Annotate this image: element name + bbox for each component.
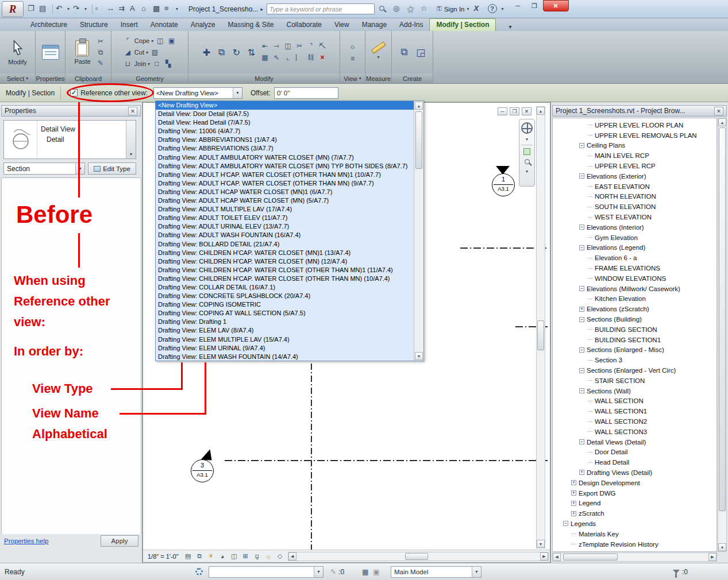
favorites-icon[interactable]: ☆ — [421, 4, 431, 14]
offset-icon[interactable]: ⇾ — [272, 41, 282, 51]
view-list-item[interactable]: Drafting View: CHILDREN H'CAP. WATER CLO… — [156, 249, 414, 257]
drawing-horizontal-scrollbar[interactable]: ◀ ▶ — [288, 552, 549, 561]
mirror-icon[interactable]: ⇅ — [245, 45, 259, 59]
redo-dropdown-icon[interactable]: ▾ — [84, 6, 89, 11]
scroll-left-icon[interactable]: ◀ — [553, 553, 561, 561]
redo-icon[interactable]: ↷ — [73, 4, 83, 14]
copy-to-clipboard-icon[interactable]: ⧉ — [96, 48, 106, 57]
browser-tree-item[interactable]: Head Detail — [553, 457, 717, 467]
browser-tree-item[interactable]: UPPER LEVEL REMOVALS PLAN — [553, 130, 717, 141]
scroll-right-icon[interactable]: ▶ — [708, 553, 717, 561]
browser-tree-item[interactable]: FRAME ELEVATIONS — [553, 263, 717, 273]
type-selector[interactable]: Detail View Detail ▾ — [3, 120, 136, 159]
ribbon-tab[interactable]: Insert — [114, 19, 144, 31]
collapse-icon[interactable]: − — [579, 439, 584, 444]
ribbon-tab[interactable]: Massing & Site — [221, 19, 280, 31]
copy-icon[interactable]: ⧉ — [215, 45, 229, 59]
browser-tree-item[interactable]: UPPER LEVEL RCP — [553, 161, 717, 171]
ribbon-tab[interactable]: View — [328, 19, 356, 31]
chevron-down-icon[interactable]: ▾ — [126, 121, 136, 158]
properties-header[interactable]: Properties ✕ — [1, 105, 141, 117]
view-list-item[interactable]: Drafting View: COPING AT WALL SECTION (5… — [156, 309, 414, 318]
view-list-item[interactable]: Drafting View: CHILDREN H'CAP. WATER CLO… — [156, 274, 414, 283]
offset-input[interactable]: 0' 0" — [274, 87, 338, 99]
browser-tree-item[interactable]: NORTH ELEVATION — [553, 192, 717, 202]
view-list-item[interactable]: Drafting View: ELEM LAV (8/A7.4) — [156, 326, 414, 335]
browser-tree-item[interactable]: Kitchen Elevation — [553, 294, 717, 304]
view-list-item[interactable]: Drafting View: COLLAR DETAIL (16/A7.1) — [156, 283, 414, 292]
browser-tree-item[interactable]: −Sections (Building) — [553, 314, 717, 324]
browser-tree-item[interactable]: WALL SECTION — [553, 396, 717, 407]
sun-path-icon[interactable]: ☀ — [206, 551, 216, 561]
browser-tree-item[interactable]: +Design Development — [553, 478, 717, 488]
browser-tree-item[interactable]: BUILDING SECTION1 — [553, 335, 717, 345]
delete-icon[interactable]: × — [318, 53, 328, 63]
chevron-down-icon[interactable]: ▾ — [75, 163, 84, 174]
trim-extend-icon[interactable]: ⌝ — [306, 41, 316, 51]
browser-tree-item[interactable]: WALL SECTION3 — [553, 427, 717, 437]
scroll-up-icon[interactable]: ▲ — [415, 102, 423, 110]
view-list-item[interactable]: Drafting View: ADULT AMBULATORY WATER CL… — [156, 162, 414, 171]
view-restore-icon[interactable]: ❐ — [510, 107, 519, 115]
reference-line-vertical[interactable] — [311, 364, 312, 551]
view-list-item[interactable]: Drafting View: ADULT HCAP WATER CLOSET (… — [156, 188, 414, 196]
split-element-icon[interactable]: ✂ — [295, 41, 305, 51]
properties-help-link[interactable]: Properties help — [4, 538, 48, 544]
expand-icon[interactable]: + — [571, 490, 576, 496]
view-list-item[interactable]: Drafting View: COPING ISOMETRIC — [156, 300, 414, 309]
sign-in-dropdown-icon[interactable]: ▾ — [467, 6, 469, 11]
wheel-dropdown-icon[interactable]: ▾ — [526, 137, 528, 142]
help-dropdown-icon[interactable]: ▾ — [502, 6, 504, 11]
measure-icon[interactable]: ↔ — [107, 4, 117, 14]
help-search-input[interactable]: Type a keyword or phrase — [267, 3, 375, 14]
browser-tree-item[interactable]: zTemplate Revision History — [553, 539, 717, 550]
collapse-icon[interactable]: − — [579, 173, 584, 179]
apply-coping-icon[interactable]: ▣ — [167, 36, 176, 46]
reference-line[interactable] — [225, 460, 548, 461]
scroll-down-icon[interactable]: ▼ — [718, 543, 726, 551]
view-list-item[interactable]: Drafting View: ELEM WASH FOUNTAIN (14/A7… — [156, 353, 414, 361]
browser-tree-item[interactable]: WALL SECTION2 — [553, 416, 717, 427]
pin-icon[interactable]: ⛏ — [318, 41, 328, 51]
analytical-model-icon[interactable]: ◇ — [275, 551, 285, 561]
scrollbar-thumb[interactable] — [415, 111, 422, 169]
design-option-dropdown[interactable]: Main Model ▾ — [391, 566, 482, 578]
close-button[interactable]: ✕ — [543, 0, 569, 11]
rotate-icon[interactable]: ↻ — [230, 45, 244, 59]
reference-line[interactable] — [460, 248, 546, 249]
scrollbar-thumb[interactable] — [563, 554, 618, 560]
browser-tree-item[interactable]: −Elevations (Exterior) — [553, 171, 717, 181]
view-list-item[interactable]: Drafting View: ABBREVIATIONS (3/A7.7) — [156, 144, 414, 153]
zoom-icon[interactable] — [525, 158, 530, 166]
cut-button[interactable]: ◢ Cut▾ ▧ — [123, 48, 176, 57]
scrollbar-thumb[interactable] — [719, 127, 726, 511]
visual-style-icon[interactable]: ⧉ — [195, 551, 205, 561]
save-icon[interactable]: ▤ — [39, 4, 49, 14]
view-list-item[interactable]: Drafting View: ADULT TOILET ELEV (11/A7.… — [156, 214, 414, 222]
browser-tree-item[interactable]: WALL SECTION1 — [553, 406, 717, 416]
section-marker-3[interactable]: 3 A3.1 — [190, 452, 214, 484]
browser-tree-item[interactable]: −Sections (Enlarged - Misc) — [553, 345, 717, 355]
view-list-item[interactable]: <New Drafting View> — [156, 101, 414, 110]
browser-tree-item[interactable]: −Elevations (Millwork/ Casework) — [553, 284, 717, 294]
view-list-item[interactable]: Drafting View: 11006 (4/A7.7) — [156, 127, 414, 136]
collapse-icon[interactable]: − — [579, 286, 584, 291]
view-visibility-icon[interactable]: ☼ — [348, 41, 357, 51]
view-list-item[interactable]: Drafting View: ADULT WASH FOUNTAIN (16/A… — [156, 231, 414, 239]
ribbon-tab[interactable]: Manage — [356, 19, 393, 31]
browser-tree-item[interactable]: Materials Key — [553, 529, 717, 539]
view-list-item[interactable]: Drafting View: ABBREVIATIONS1 (1/A7.4) — [156, 136, 414, 144]
browser-tree-item[interactable]: −Elevations (Legend) — [553, 243, 717, 253]
array-icon[interactable]: ▦ — [260, 53, 270, 63]
ribbon-tab[interactable]: Modify | Section — [429, 18, 496, 31]
view-panel-label[interactable]: View▾ — [340, 74, 365, 83]
detail-level-icon[interactable]: ▤ — [183, 551, 193, 561]
chevron-down-icon[interactable]: ▾ — [233, 88, 242, 98]
browser-tree-item[interactable]: STAIR SECTION — [553, 376, 717, 386]
sign-in-control[interactable]: ⚿ Sign In ▾ — [437, 5, 469, 13]
view-close-icon[interactable]: ✕ — [522, 107, 531, 115]
print-icon[interactable]: ▫ — [95, 4, 106, 14]
thin-lines-icon[interactable]: ≡ — [164, 4, 175, 14]
minimize-button[interactable]: ─ — [510, 0, 526, 11]
collapse-icon[interactable]: − — [579, 347, 584, 353]
